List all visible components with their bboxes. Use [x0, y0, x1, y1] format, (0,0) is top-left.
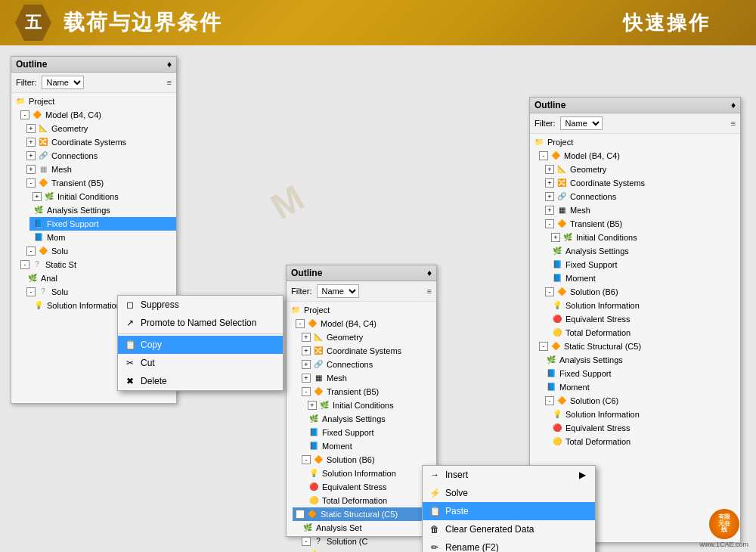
- expand-btn[interactable]: -: [26, 287, 36, 296]
- tree-item[interactable]: 🌿 Analysis Set: [299, 521, 436, 535]
- tree-item[interactable]: 🔴 Equivalent Stress: [548, 312, 740, 326]
- tree-item[interactable]: + 🌿 Initial Conditions: [548, 231, 740, 244]
- tree-item[interactable]: - 🔶 Transient (B5): [23, 176, 176, 190]
- solve-menu-item[interactable]: ⚡ Solve: [423, 484, 595, 502]
- tree-item[interactable]: 💡 Soluti: [305, 548, 436, 552]
- tree-item[interactable]: + 🔀 Coordinate Systems: [23, 135, 176, 149]
- tree-item[interactable]: 🔴 Equivalent Stress: [548, 421, 740, 435]
- tree-item[interactable]: 💡 Solution Information: [305, 467, 436, 480]
- panel1-filter-icon[interactable]: ≡: [167, 78, 172, 87]
- tree-item[interactable]: + ▦ Mesh: [542, 203, 740, 217]
- tree-item[interactable]: - 🔶 Solution (B6): [299, 453, 436, 467]
- tree-item[interactable]: - 🔶 Solution (B6): [542, 285, 740, 299]
- expand-btn[interactable]: +: [545, 178, 554, 188]
- paste-menu-item[interactable]: 📋 Paste: [423, 502, 595, 520]
- tree-item[interactable]: 🌿 Analysis Settings: [29, 203, 176, 217]
- tree-item[interactable]: - 🔶 Transient (B5): [299, 385, 436, 398]
- tree-item[interactable]: 📁 Project: [11, 95, 176, 108]
- clear-menu-item[interactable]: 🗑 Clear Generated Data: [423, 520, 595, 538]
- tree-item[interactable]: 📁 Project: [530, 135, 740, 149]
- expand-btn[interactable]: +: [545, 206, 554, 215]
- insert-menu-item[interactable]: → Insert ▶: [423, 466, 595, 484]
- tree-item[interactable]: - 🔶 Transient (B5): [542, 217, 740, 231]
- tree-item[interactable]: - 🔶 Model (B4, C4): [293, 317, 436, 330]
- expand-btn[interactable]: +: [26, 124, 36, 133]
- tree-item[interactable]: + 🔗 Connections: [542, 190, 740, 203]
- expand-btn[interactable]: -: [302, 387, 311, 396]
- tree-item[interactable]: 📘 Moment: [542, 380, 740, 394]
- tree-item[interactable]: 🌿 Anal: [23, 271, 176, 285]
- panel2-filter-select[interactable]: Name: [317, 284, 359, 298]
- expand-btn[interactable]: -: [545, 396, 554, 405]
- expand-btn[interactable]: -: [20, 260, 29, 269]
- tree-item[interactable]: 🌿 Analysis Settings: [305, 412, 436, 426]
- tree-item[interactable]: 🟡 Total Deformation: [548, 435, 740, 448]
- expand-btn[interactable]: -: [302, 537, 311, 546]
- expand-btn[interactable]: -: [26, 178, 36, 188]
- tree-item[interactable]: + 📐 Geometry: [23, 122, 176, 135]
- tree-item[interactable]: 🌿 Analysis Settings: [548, 244, 740, 258]
- expand-btn[interactable]: +: [302, 374, 311, 383]
- panel2-filter-icon[interactable]: ≡: [427, 287, 432, 296]
- expand-btn[interactable]: -: [545, 287, 554, 296]
- tree-item[interactable]: 🔴 Equivalent Stress: [305, 480, 436, 494]
- expand-btn[interactable]: +: [302, 360, 311, 369]
- expand-btn[interactable]: -: [539, 342, 548, 351]
- expand-btn[interactable]: -: [296, 510, 305, 519]
- suppress-menu-item[interactable]: ◻ Suppress: [118, 296, 283, 314]
- tree-item[interactable]: - 🔶 Model (B4, C4): [17, 108, 176, 122]
- tree-item[interactable]: 📁 Project: [287, 303, 436, 317]
- tree-item-fixed-support[interactable]: 📘 Fixed Support: [29, 217, 176, 231]
- delete-menu-item[interactable]: ✖ Delete: [118, 372, 283, 390]
- tree-item[interactable]: + 🔗 Connections: [299, 358, 436, 371]
- tree-item[interactable]: 📘 Fixed Support: [305, 426, 436, 439]
- expand-btn[interactable]: -: [545, 219, 554, 228]
- tree-item[interactable]: 📘 Moment: [305, 439, 436, 453]
- tree-item-static[interactable]: - 🔶 Static Structural (C5): [293, 507, 436, 521]
- expand-btn[interactable]: +: [302, 346, 311, 355]
- cut-menu-item[interactable]: ✂ Cut: [118, 354, 283, 372]
- rename-menu-item[interactable]: ✏ Rename (F2): [423, 538, 595, 552]
- tree-item[interactable]: - ? Solution (C: [299, 535, 436, 548]
- tree-item[interactable]: + 📐 Geometry: [542, 163, 740, 176]
- tree-item[interactable]: 🟡 Total Deformation: [548, 326, 740, 340]
- expand-btn[interactable]: +: [545, 165, 554, 174]
- expand-btn[interactable]: +: [302, 333, 311, 342]
- expand-btn[interactable]: -: [26, 247, 36, 256]
- tree-item[interactable]: + 🌿 Initial Conditions: [29, 190, 176, 203]
- panel3-filter-select[interactable]: Name: [560, 116, 603, 130]
- tree-item[interactable]: 📘 Moment: [548, 271, 740, 285]
- tree-item[interactable]: + 🔀 Coordinate Systems: [299, 344, 436, 358]
- tree-item[interactable]: - 🔶 Solu: [23, 244, 176, 258]
- expand-btn[interactable]: -: [20, 110, 29, 119]
- expand-btn[interactable]: -: [539, 151, 548, 160]
- panel1-filter-select[interactable]: Name: [42, 76, 84, 89]
- tree-item[interactable]: 💡 Solution Information: [548, 299, 740, 312]
- tree-item[interactable]: 💡 Solution Information: [548, 408, 740, 421]
- tree-item[interactable]: 📘 Fixed Support: [542, 367, 740, 380]
- tree-item[interactable]: + 📐 Geometry: [299, 330, 436, 344]
- tree-item[interactable]: + 🔗 Connections: [23, 149, 176, 163]
- expand-btn[interactable]: +: [33, 192, 42, 201]
- tree-item[interactable]: - ? Static St: [17, 258, 176, 271]
- panel2-pin[interactable]: ♦: [427, 268, 432, 278]
- expand-btn[interactable]: +: [308, 401, 317, 410]
- promote-menu-item[interactable]: ↗ Promote to Named Selection: [118, 314, 283, 332]
- expand-btn[interactable]: +: [545, 192, 554, 201]
- expand-btn[interactable]: +: [26, 151, 36, 160]
- tree-item[interactable]: - 🔶 Model (B4, C4): [536, 149, 740, 163]
- expand-btn[interactable]: -: [302, 455, 311, 464]
- tree-item[interactable]: 📘 Mom: [29, 231, 176, 244]
- tree-item[interactable]: 📘 Fixed Support: [548, 258, 740, 271]
- expand-btn[interactable]: +: [26, 165, 36, 174]
- panel3-filter-icon[interactable]: ≡: [731, 119, 736, 128]
- tree-item[interactable]: - 🔶 Solution (C6): [542, 394, 740, 408]
- copy-menu-item[interactable]: 📋 Copy: [118, 336, 283, 354]
- panel3-pin[interactable]: ♦: [731, 100, 736, 110]
- tree-item[interactable]: 🌿 Analysis Settings: [542, 353, 740, 367]
- tree-item[interactable]: + 🌿 Initial Conditions: [305, 398, 436, 412]
- expand-btn[interactable]: -: [296, 319, 305, 328]
- expand-btn[interactable]: +: [26, 138, 36, 147]
- tree-item[interactable]: + ▦ Mesh: [23, 163, 176, 176]
- tree-item[interactable]: + ▦ Mesh: [299, 371, 436, 385]
